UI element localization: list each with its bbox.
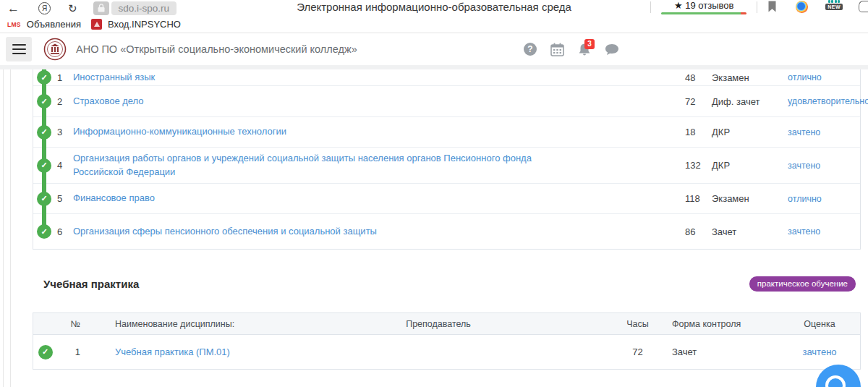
discipline-link[interactable]: Организация работы органов и учреждений … xyxy=(73,152,579,179)
reload-icon[interactable]: ↻ xyxy=(68,3,77,14)
grades-table: ✓ 1 Иностранный язык 48 Экзамен отлично … xyxy=(33,69,861,250)
completed-check-icon: ✓ xyxy=(37,158,51,173)
grade-link[interactable]: зачтено xyxy=(779,161,860,171)
new-badge: NEW xyxy=(825,4,843,10)
table-row: ✓ 1 Иностранный язык 48 Экзамен отлично xyxy=(33,69,860,85)
menu-hamburger-button[interactable] xyxy=(6,37,32,61)
control-form: Зачет xyxy=(712,226,779,237)
grade-link[interactable]: отлично xyxy=(779,72,860,82)
bookmarks-bar: LMS Объявления Вход.INPSYCHO xyxy=(0,16,868,33)
reviews-label: 19 отзывов xyxy=(685,0,733,11)
practice-type-badge: практическое обучение xyxy=(749,276,856,292)
hours-value: 132 xyxy=(679,160,712,171)
completed-check-icon: ✓ xyxy=(37,125,51,140)
control-form: Экзамен xyxy=(712,193,779,204)
college-name: АНО ПО «Открытый социально-экономический… xyxy=(76,43,357,55)
star-icon: ★ xyxy=(674,0,683,11)
row-number: 2 xyxy=(55,96,71,107)
grade-link[interactable]: зачтено xyxy=(779,346,860,357)
discipline-link[interactable]: Организация сферы пенсионного обеспечени… xyxy=(73,225,377,239)
discipline-link[interactable]: Иностранный язык xyxy=(73,71,155,85)
bookmark-inpsycho[interactable]: Вход.INPSYCHO xyxy=(108,19,181,30)
lock-icon[interactable] xyxy=(93,1,109,15)
table-row: ✓ 5 Финансовое право 118 Экзамен отлично xyxy=(33,183,860,213)
row-number: 1 xyxy=(55,72,71,83)
lms-favicon: LMS xyxy=(7,21,21,28)
main-content: ✓ 1 Иностранный язык 48 Экзамен отлично … xyxy=(0,69,868,370)
row-number: 5 xyxy=(55,193,71,204)
calendar-icon[interactable] xyxy=(550,43,564,56)
practice-section-header: Учебная практика практическое обучение xyxy=(33,276,861,292)
messages-icon[interactable] xyxy=(605,43,619,56)
row-number: 6 xyxy=(55,226,71,237)
college-logo[interactable] xyxy=(43,38,67,61)
table-row: ✓ 6 Организация сферы пенсионного обеспе… xyxy=(33,213,860,249)
control-form: ДКР xyxy=(712,127,779,137)
chat-widget-icon xyxy=(825,375,846,387)
reviews-rating-bar xyxy=(661,12,746,14)
help-icon[interactable]: ? xyxy=(524,43,537,56)
table-row: ✓ 1 Учебная практика (ПМ.01) 72 Зачет за… xyxy=(33,335,860,369)
row-number: 3 xyxy=(55,127,71,137)
extension-dots xyxy=(828,0,841,3)
hours-value: 118 xyxy=(679,193,712,204)
extension-new-icon[interactable]: NEW xyxy=(825,0,843,10)
page-title: Электронная информационно-образовательна… xyxy=(297,1,571,13)
completed-check-icon: ✓ xyxy=(37,192,51,206)
hours-value: 72 xyxy=(679,96,712,107)
hours-value: 72 xyxy=(610,346,665,357)
cut-off-hand-icon[interactable] xyxy=(859,1,868,12)
discipline-link[interactable]: Учебная практика (ПМ.01) xyxy=(115,346,230,357)
browser-toolbar-right: ★ 19 отзывов NEW xyxy=(640,0,868,16)
table-row: ✓ 2 Страховое дело 72 Диф. зачет удовлет… xyxy=(33,85,860,116)
header-icons: ? 3 xyxy=(524,33,619,65)
grade-link[interactable]: удовлетворительно xyxy=(779,96,860,106)
col-hours: Часы xyxy=(610,319,665,329)
left-gutter-line xyxy=(10,69,11,387)
notifications-count-badge: 3 xyxy=(584,39,595,49)
col-grade: Оценка xyxy=(779,319,860,329)
padlock-glyph xyxy=(98,4,105,12)
bookmark-announcements[interactable]: Объявления xyxy=(27,19,81,30)
completed-check-icon: ✓ xyxy=(37,70,51,85)
back-icon[interactable]: ← xyxy=(7,2,20,14)
control-form: Диф. зачет xyxy=(712,96,779,107)
address-bar[interactable]: sdo.i-spo.ru xyxy=(111,1,177,15)
hours-value: 86 xyxy=(679,226,712,237)
separator xyxy=(757,1,757,13)
control-form: ДКР xyxy=(712,160,779,171)
practice-table: № Наименование дисциплины: Преподаватель… xyxy=(33,312,861,370)
yandex-browser-icon[interactable]: Я xyxy=(38,2,51,14)
discipline-link[interactable]: Финансовое право xyxy=(73,192,155,205)
section-title: Учебная практика xyxy=(43,278,139,290)
practice-table-header: № Наименование дисциплины: Преподаватель… xyxy=(33,313,860,335)
col-teacher: Преподаватель xyxy=(330,319,547,329)
grade-link[interactable]: зачтено xyxy=(779,226,860,237)
left-gutter-line xyxy=(3,69,4,387)
site-header: АНО ПО «Открытый социально-экономический… xyxy=(0,33,868,65)
separator xyxy=(650,1,651,13)
notifications-bell-icon[interactable]: 3 xyxy=(578,43,591,56)
completed-check-icon: ✓ xyxy=(38,345,53,360)
completed-check-icon: ✓ xyxy=(37,94,51,109)
col-num: № xyxy=(57,319,88,329)
bookmark-flag-icon[interactable] xyxy=(767,1,777,13)
discipline-link[interactable]: Информационно-коммуникационные технологи… xyxy=(73,125,286,139)
site-reviews-button[interactable]: ★ 19 отзывов xyxy=(661,0,746,14)
hours-value: 48 xyxy=(679,72,712,83)
control-form: Зачет xyxy=(665,346,779,357)
grade-link[interactable]: отлично xyxy=(779,194,860,204)
table-row: ✓ 4 Организация работы органов и учрежде… xyxy=(33,147,860,183)
col-control: Форма контроля xyxy=(665,319,779,329)
hours-value: 18 xyxy=(679,127,712,137)
extension-icon[interactable] xyxy=(796,1,808,13)
row-number: 4 xyxy=(55,160,71,171)
grade-link[interactable]: зачтено xyxy=(779,127,860,137)
browser-toolbar: ← Я ↻ sdo.i-spo.ru Электронная информаци… xyxy=(0,0,868,16)
row-number: 1 xyxy=(57,346,88,357)
control-form: Экзамен xyxy=(712,72,779,83)
col-name: Наименование дисциплины: xyxy=(88,319,330,329)
crest-favicon xyxy=(91,19,102,30)
completed-check-icon: ✓ xyxy=(37,224,51,239)
discipline-link[interactable]: Страховое дело xyxy=(73,95,144,109)
